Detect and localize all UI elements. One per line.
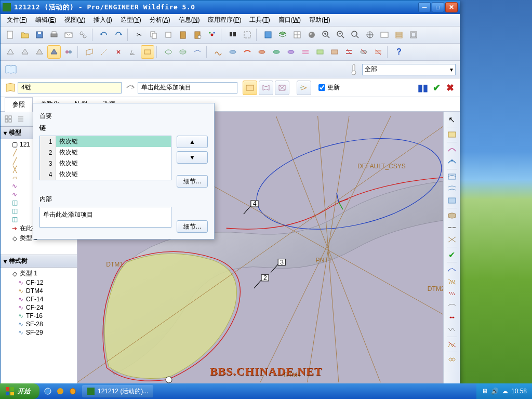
surf-icon-2[interactable] xyxy=(226,45,240,59)
menu-w[interactable]: 窗口(W) xyxy=(274,14,305,26)
tree-settings-icon[interactable] xyxy=(15,113,26,125)
style-tree-item[interactable]: ∿CF-12 xyxy=(1,278,77,287)
link-icon[interactable] xyxy=(76,28,90,42)
surf-icon-4[interactable] xyxy=(255,45,269,59)
chain-list[interactable]: 1依次链2依次链3依次链4依次链 xyxy=(39,136,171,180)
inner-details-button[interactable]: 细节... xyxy=(177,220,208,233)
surf-icon-5[interactable] xyxy=(270,45,283,59)
outlook-icon[interactable] xyxy=(55,386,65,396)
menu-v[interactable]: 视图(V) xyxy=(60,14,89,26)
menu-n[interactable]: 信息(N) xyxy=(175,14,204,26)
view1-icon[interactable] xyxy=(261,28,275,42)
titlebar[interactable]: 121212 (活动的) - Pro/ENGINEER Wildfire 5.0… xyxy=(1,1,460,14)
menu-t[interactable]: 工具(T) xyxy=(245,14,274,26)
style-tree-item[interactable]: ∿CF-24 xyxy=(1,303,77,312)
tray-icon[interactable]: 🖥 xyxy=(482,388,488,395)
all-off-icon[interactable] xyxy=(445,339,459,350)
surf-icon-9[interactable] xyxy=(328,45,341,59)
csys-icon[interactable] xyxy=(126,45,140,59)
zoom-in-icon[interactable] xyxy=(320,28,333,42)
menu-y[interactable]: 造型(Y) xyxy=(116,14,145,26)
inner-collector[interactable]: 单击此处添加项目 xyxy=(39,207,171,228)
zoom-fit-icon[interactable] xyxy=(349,28,362,42)
system-tray[interactable]: 🖥 🔊 ☁ 10:58 xyxy=(476,383,532,399)
taskbar-app-button[interactable]: 121212 (活动的)... xyxy=(82,385,153,397)
start-button[interactable]: 开始 xyxy=(0,383,39,399)
pause-button[interactable]: ▮▮ xyxy=(417,82,429,94)
cos-icon[interactable] xyxy=(445,171,459,182)
tray-net-icon[interactable]: ☁ xyxy=(502,388,508,395)
copy-icon[interactable] xyxy=(147,28,161,42)
wireframe-icon[interactable] xyxy=(4,45,17,59)
surf-icon-11[interactable] xyxy=(357,45,370,59)
style-tree-root[interactable]: ◇类型 1 xyxy=(1,269,77,278)
copy2-icon[interactable] xyxy=(162,28,175,42)
chain-collector-field[interactable]: 4链 xyxy=(18,82,122,94)
minimize-button[interactable]: ─ xyxy=(418,2,431,12)
reflection-icon[interactable] xyxy=(445,300,459,311)
surf-icon-7[interactable] xyxy=(299,45,312,59)
redo-icon[interactable] xyxy=(112,28,125,42)
surface-trim-icon[interactable] xyxy=(445,234,459,245)
surface-tool-icon[interactable] xyxy=(445,210,459,221)
drop-curve-icon[interactable] xyxy=(445,195,459,206)
paste-icon[interactable] xyxy=(176,28,190,42)
ref-collector-field[interactable]: 单击此处添加项目 xyxy=(138,82,237,94)
menu-f[interactable]: 文件(F) xyxy=(3,14,31,26)
sketch3-icon[interactable] xyxy=(191,45,204,59)
view-tool-icon[interactable] xyxy=(407,28,420,42)
chain-row[interactable]: 2依次链 xyxy=(40,147,171,158)
surf-icon-6[interactable] xyxy=(284,45,298,59)
surf-icon-3[interactable] xyxy=(241,45,254,59)
paste-special-icon[interactable] xyxy=(191,28,204,42)
offset-icon[interactable] xyxy=(445,312,459,323)
style-ok-icon[interactable]: ✔ xyxy=(445,249,459,260)
menu-h[interactable]: 帮助(H) xyxy=(305,14,335,26)
view-mgr-icon[interactable] xyxy=(290,28,304,42)
ok-button[interactable]: ✔ xyxy=(431,82,442,94)
menu-i[interactable]: 插入(I) xyxy=(89,14,116,26)
email-icon[interactable] xyxy=(62,28,75,42)
style-tree-item[interactable]: ∿SF-29 xyxy=(1,328,77,337)
print-icon[interactable] xyxy=(47,28,61,42)
curve-edit-icon[interactable] xyxy=(445,156,459,167)
boundary-option-3[interactable] xyxy=(275,81,289,95)
knots-icon[interactable] xyxy=(445,288,459,299)
style-tree-item[interactable]: ∿CF-14 xyxy=(1,295,77,303)
ie-icon[interactable] xyxy=(43,386,53,396)
move-down-button[interactable]: ▼ xyxy=(177,151,208,164)
appearance-icon[interactable] xyxy=(305,28,318,42)
update-checkbox[interactable] xyxy=(318,84,325,91)
surf-icon-12[interactable] xyxy=(371,45,385,59)
maximize-button[interactable]: □ xyxy=(432,2,444,12)
tray-volume-icon[interactable]: 🔊 xyxy=(491,388,499,395)
offset-curve-icon[interactable] xyxy=(445,183,459,194)
boundary-option-1[interactable] xyxy=(243,81,257,95)
shaded-icon[interactable] xyxy=(47,45,61,59)
surf-icon-8[interactable] xyxy=(313,45,327,59)
hidden-line-icon[interactable] xyxy=(18,45,32,59)
style-tree-item[interactable]: ∿DTM4 xyxy=(1,287,77,295)
datum-plane-icon[interactable] xyxy=(83,45,96,59)
details-button[interactable]: 细节... xyxy=(177,175,208,188)
datum-axis-icon[interactable] xyxy=(97,45,111,59)
undo-icon[interactable] xyxy=(97,28,111,42)
datum-point-icon[interactable] xyxy=(112,45,125,59)
sketch2-icon[interactable] xyxy=(176,45,190,59)
chain-row[interactable]: 1依次链 xyxy=(40,136,171,147)
curvature-icon[interactable] xyxy=(445,264,459,275)
cut-icon[interactable]: ✂ xyxy=(132,28,146,42)
menu-a[interactable]: 分析(A) xyxy=(145,14,175,26)
help-icon[interactable]: ? xyxy=(392,45,406,59)
selection-filter-dropdown[interactable]: 全部 ▾ xyxy=(362,64,456,75)
style-plane-icon[interactable] xyxy=(445,129,459,140)
curve-tool-icon[interactable] xyxy=(445,144,459,155)
saved-view-icon[interactable] xyxy=(378,28,391,42)
find-icon[interactable] xyxy=(226,28,240,42)
shaded-curvature-icon[interactable] xyxy=(445,324,459,335)
regen-all-icon[interactable] xyxy=(445,354,459,365)
menu-p[interactable]: 应用程序(P) xyxy=(204,14,245,26)
reorient-icon[interactable] xyxy=(363,28,377,42)
open-file-icon[interactable] xyxy=(18,28,32,42)
save-icon[interactable] xyxy=(33,28,46,42)
